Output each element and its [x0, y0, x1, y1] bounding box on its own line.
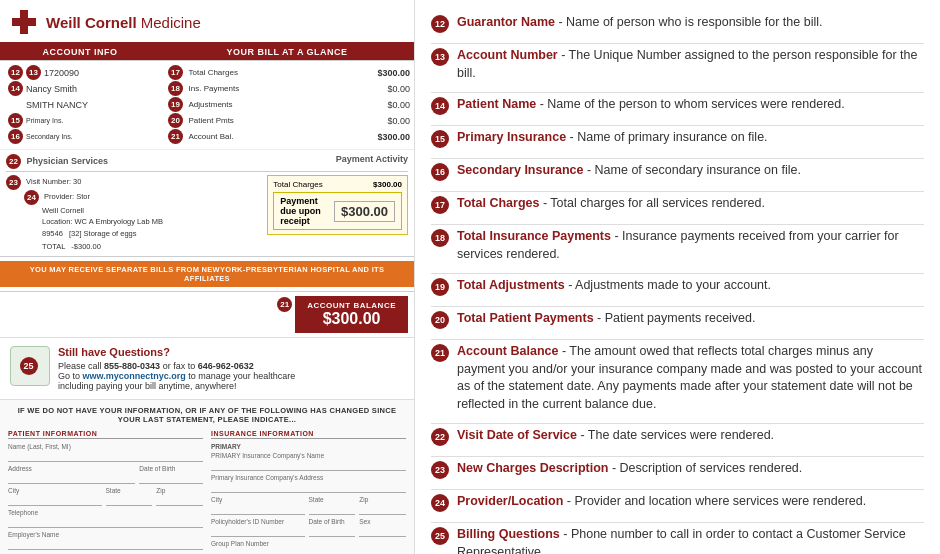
bill-col: 17 Total Charges $300.00 18 Ins. Payment…: [164, 65, 410, 145]
badge-21b: 21: [277, 297, 292, 312]
legend-key-15: Primary Insurance: [457, 130, 566, 144]
badge-24: 24: [24, 190, 39, 205]
legend-divider: [431, 273, 924, 274]
patient-name-value: Nancy Smith: [26, 84, 77, 94]
legend-text-13: Account Number - The Unique Number assig…: [457, 47, 924, 82]
legend-text-19: Total Adjustments - Adjustments made to …: [457, 277, 924, 295]
badge-19: 19: [168, 97, 183, 112]
legend-badge-22: 22: [431, 428, 449, 446]
svg-rect-1: [12, 18, 36, 26]
legend-item-17: 17Total Charges - Total charges for all …: [431, 195, 924, 214]
legend-item-14: 14Patient Name - Name of the person to w…: [431, 96, 924, 115]
legend-item-12: 12Guarantor Name - Name of person who is…: [431, 14, 924, 33]
patient-name-reverse: SMITH NANCY: [26, 100, 88, 110]
info-band: ACCOUNT INFO YOUR BILL AT A GLANCE: [0, 44, 414, 61]
badge-25: 25: [20, 357, 38, 375]
legend-desc-20: - Patient payments received.: [594, 311, 756, 325]
badge-23: 23: [6, 175, 21, 190]
legend-key-12: Guarantor Name: [457, 15, 555, 29]
badge-18: 18: [168, 81, 183, 96]
badge-20: 20: [168, 113, 183, 128]
total-charges-value: $300.00: [377, 68, 410, 78]
legend-item-21: 21Account Balance - The amount owed that…: [431, 343, 924, 413]
ins-payments-value: $0.00: [387, 84, 410, 94]
legend-desc-23: - Description of services rendered.: [608, 461, 802, 475]
legend-text-15: Primary Insurance - Name of primary insu…: [457, 129, 924, 147]
legend-divider: [431, 306, 924, 307]
patient-payments-value: $0.00: [387, 116, 410, 126]
legend-divider: [431, 489, 924, 490]
legend-item-18: 18Total Insurance Payments - Insurance p…: [431, 228, 924, 263]
badge-12: 12: [8, 65, 23, 80]
legend-key-18: Total Insurance Payments: [457, 229, 611, 243]
legend-text-20: Total Patient Payments - Patient payment…: [457, 310, 924, 328]
legend-key-20: Total Patient Payments: [457, 311, 594, 325]
service-details: 23 Visit Number: 30 24 Provider: Stor We…: [6, 175, 263, 252]
legend-badge-16: 16: [431, 163, 449, 181]
balance-footer: 21 ACCOUNT BALANCE $300.00: [0, 291, 414, 337]
legend-key-17: Total Charges: [457, 196, 539, 210]
legend-item-19: 19Total Adjustments - Adjustments made t…: [431, 277, 924, 296]
legend-text-25: Billing Questions - Phone number to call…: [457, 526, 924, 554]
legend-item-15: 15Primary Insurance - Name of primary in…: [431, 129, 924, 148]
legend-container: 12Guarantor Name - Name of person who is…: [431, 14, 924, 554]
legend-badge-18: 18: [431, 229, 449, 247]
legend-key-19: Total Adjustments: [457, 278, 565, 292]
weill-cornell-logo: [10, 8, 38, 36]
legend-text-18: Total Insurance Payments - Insurance pay…: [457, 228, 924, 263]
legend-text-14: Patient Name - Name of the person to who…: [457, 96, 924, 114]
orange-notice: YOU MAY RECEIVE SEPARATE BILLS FROM NEWY…: [0, 261, 414, 287]
logo-text: Weill Cornell Medicine: [46, 14, 201, 31]
legend-badge-23: 23: [431, 461, 449, 479]
legend-desc-12: - Name of person who is responsible for …: [555, 15, 823, 29]
legend-divider: [431, 224, 924, 225]
legend-key-14: Patient Name: [457, 97, 536, 111]
badge-16: 16: [8, 129, 23, 144]
legend-item-22: 22Visit Date of Service - The date servi…: [431, 427, 924, 446]
legend-desc-19: - Adjustments made to your account.: [565, 278, 771, 292]
legend-desc-15: - Name of primary insurance on file.: [566, 130, 767, 144]
legend-key-24: Provider/Location: [457, 494, 563, 508]
legend-text-22: Visit Date of Service - The date service…: [457, 427, 924, 445]
form-section: IF WE DO NOT HAVE YOUR INFORMATION, OR I…: [0, 400, 414, 554]
account-balance-box: ACCOUNT BALANCE $300.00: [295, 296, 408, 333]
legend-divider: [431, 456, 924, 457]
account-number-value: 1720090: [44, 68, 79, 78]
adjustments-value: $0.00: [387, 100, 410, 110]
legend-text-17: Total Charges - Total charges for all se…: [457, 195, 924, 213]
legend-divider: [431, 43, 924, 44]
legend-key-22: Visit Date of Service: [457, 428, 577, 442]
badge-13: 13: [26, 65, 41, 80]
right-panel: 12Guarantor Name - Name of person who is…: [415, 0, 940, 554]
legend-key-16: Secondary Insurance: [457, 163, 583, 177]
legend-text-12: Guarantor Name - Name of person who is r…: [457, 14, 924, 32]
legend-badge-25: 25: [431, 527, 449, 545]
services-section: 22 Physician Services Payment Activity 2…: [0, 150, 414, 257]
account-col: 12 13 1720090 14 Nancy Smith 14 SMITH NA…: [4, 65, 164, 145]
legend-item-20: 20Total Patient Payments - Patient payme…: [431, 310, 924, 329]
legend-divider: [431, 125, 924, 126]
legend-divider: [431, 522, 924, 523]
legend-badge-17: 17: [431, 196, 449, 214]
services-header: 22 Physician Services Payment Activity: [6, 154, 408, 172]
questions-section: 25 Still have Questions? Please call 855…: [0, 337, 414, 400]
badge-22: 22: [6, 154, 21, 169]
questions-icon: 25: [10, 346, 50, 386]
badge-15: 15: [8, 113, 23, 128]
legend-badge-20: 20: [431, 311, 449, 329]
legend-item-23: 23New Charges Description - Description …: [431, 460, 924, 479]
form-columns: PATIENT INFORMATION Name (Last, First, M…: [8, 430, 406, 554]
legend-item-24: 24Provider/Location - Provider and locat…: [431, 493, 924, 512]
legend-divider: [431, 191, 924, 192]
legend-badge-21: 21: [431, 344, 449, 362]
bill-at-glance-label: YOUR BILL AT A GLANCE: [160, 44, 414, 60]
legend-badge-14: 14: [431, 97, 449, 115]
service-detail-row: 23 Visit Number: 30 24 Provider: Stor We…: [6, 175, 408, 252]
legend-text-21: Account Balance - The amount owed that r…: [457, 343, 924, 413]
legend-badge-15: 15: [431, 130, 449, 148]
legend-divider: [431, 92, 924, 93]
insurance-info-col: INSURANCE INFORMATION PRIMARY PRIMARY In…: [211, 430, 406, 554]
badge-17: 17: [168, 65, 183, 80]
questions-text: Still have Questions? Please call 855-88…: [58, 346, 295, 391]
legend-desc-24: - Provider and location where services w…: [563, 494, 866, 508]
